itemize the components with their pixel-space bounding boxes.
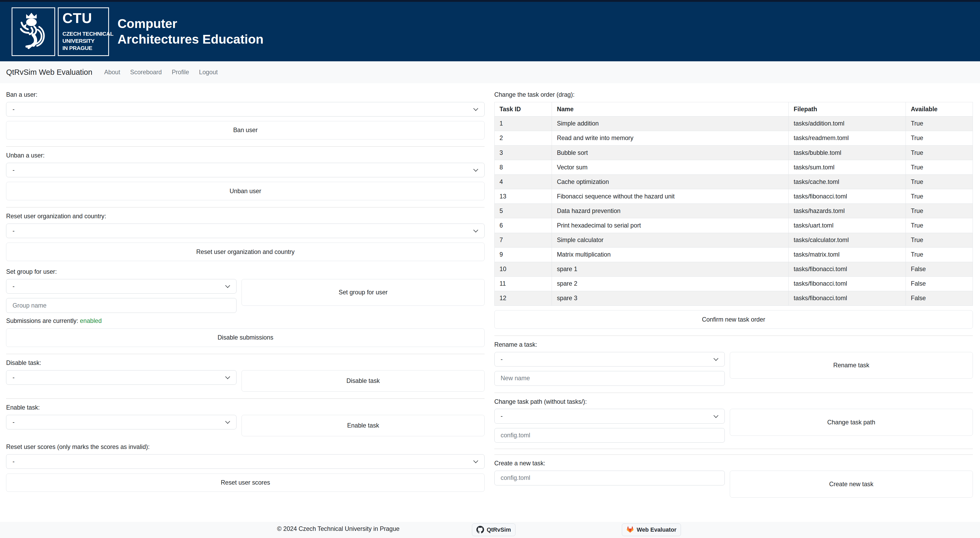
table-row[interactable]: 13Fibonacci sequence without the hazard …: [494, 189, 973, 204]
ctu-lion-icon: [16, 9, 51, 54]
task-available-cell: True: [906, 189, 973, 204]
task-id-cell: 13: [494, 189, 552, 204]
reset-org-label: Reset user organization and country:: [6, 212, 485, 221]
task-name-cell: Simple calculator: [552, 233, 789, 247]
gitlab-icon: [626, 526, 634, 533]
ban-user-button[interactable]: Ban user: [6, 121, 485, 139]
enable-task-button[interactable]: Enable task: [242, 415, 485, 436]
task-available-cell: True: [906, 160, 973, 175]
navbar-brand[interactable]: QtRvSim Web Evaluation: [6, 68, 92, 77]
task-available-cell: True: [906, 145, 973, 160]
web-evaluator-gitlab-badge[interactable]: Web Evaluator: [622, 524, 681, 536]
table-row[interactable]: 1Simple additiontasks/addition.tomlTrue: [494, 116, 973, 131]
create-task-row: Create new task: [494, 471, 973, 498]
nav-link-logout[interactable]: Logout: [194, 69, 223, 76]
reset-scores-button[interactable]: Reset user scores: [6, 474, 485, 492]
task-name-cell: Simple addition: [552, 116, 789, 131]
table-row[interactable]: 5Data hazard preventiontasks/hazards.tom…: [494, 204, 973, 218]
github-icon: [476, 526, 484, 533]
reset-scores-select[interactable]: -: [6, 454, 485, 469]
task-available-cell: True: [906, 218, 973, 233]
table-row[interactable]: 7Simple calculatortasks/calculator.tomlT…: [494, 233, 973, 247]
reset-org-select[interactable]: -: [6, 224, 485, 238]
divider: [494, 449, 973, 449]
divider: [494, 393, 973, 393]
nav-link-about[interactable]: About: [99, 69, 125, 76]
disable-task-row: - Disable task: [6, 370, 485, 392]
disable-submissions-button[interactable]: Disable submissions: [6, 329, 485, 347]
table-row[interactable]: 6Print hexadecimal to serial porttasks/u…: [494, 218, 973, 233]
page-title: Computer Architectures Education: [118, 16, 263, 47]
task-available-cell: True: [906, 131, 973, 145]
chevron-down-icon: [474, 228, 478, 232]
table-row[interactable]: 9Matrix multiplicationtasks/matrix.tomlT…: [494, 247, 973, 262]
unban-user-button[interactable]: Unban user: [6, 182, 485, 200]
ban-user-label: Ban a user:: [6, 90, 485, 99]
task-admin-column: Change the task order (drag): Task ID Na…: [494, 90, 973, 498]
navbar: QtRvSim Web Evaluation About Scoreboard …: [0, 61, 980, 83]
task-id-cell: 10: [494, 262, 552, 276]
reset-org-button[interactable]: Reset user organization and country: [6, 243, 485, 261]
col-header-name: Name: [552, 102, 789, 116]
nav-link-profile[interactable]: Profile: [167, 69, 194, 76]
divider: [6, 354, 485, 354]
rename-task-select[interactable]: -: [494, 352, 725, 367]
ctu-lion-logo: [12, 7, 55, 56]
table-row[interactable]: 12spare 3tasks/fibonacci.tomlFalse: [494, 291, 973, 305]
badge-label: Web Evaluator: [636, 526, 676, 533]
group-name-input[interactable]: [6, 298, 237, 313]
task-table: Task ID Name Filepath Available 1Simple …: [494, 102, 973, 306]
divider: [494, 335, 973, 336]
task-name-cell: Cache optimization: [552, 175, 789, 189]
table-row[interactable]: 4Cache optimizationtasks/cache.tomlTrue: [494, 175, 973, 189]
table-row[interactable]: 2Read and write into memorytasks/readmem…: [494, 131, 973, 145]
nav-link-scoreboard[interactable]: Scoreboard: [125, 69, 167, 76]
task-id-cell: 4: [494, 175, 552, 189]
task-filepath-cell: tasks/fibonacci.toml: [789, 262, 906, 276]
task-filepath-cell: tasks/fibonacci.toml: [789, 291, 906, 305]
create-task-button[interactable]: Create new task: [730, 471, 973, 498]
task-id-cell: 11: [494, 276, 552, 291]
rename-task-button[interactable]: Rename task: [730, 352, 973, 379]
ctu-acronym: CTU: [62, 11, 104, 26]
task-id-cell: 2: [494, 131, 552, 145]
disable-task-select[interactable]: -: [6, 370, 237, 385]
change-path-button[interactable]: Change task path: [730, 409, 973, 436]
task-name-cell: spare 2: [552, 276, 789, 291]
task-id-cell: 8: [494, 160, 552, 175]
task-name-cell: Data hazard prevention: [552, 204, 789, 218]
task-id-cell: 3: [494, 145, 552, 160]
table-row[interactable]: 10spare 1tasks/fibonacci.tomlFalse: [494, 262, 973, 276]
set-group-select[interactable]: -: [6, 279, 237, 294]
task-available-cell: False: [906, 276, 973, 291]
task-name-cell: Read and write into memory: [552, 131, 789, 145]
new-task-path-input[interactable]: [494, 471, 725, 485]
task-name-cell: spare 1: [552, 262, 789, 276]
user-admin-column: Ban a user: - Ban user Unban a user: - U…: [6, 90, 485, 492]
chevron-down-icon: [713, 413, 718, 418]
disable-task-button[interactable]: Disable task: [242, 370, 485, 392]
unban-user-select[interactable]: -: [6, 163, 485, 177]
task-filepath-cell: tasks/cache.toml: [789, 175, 906, 189]
confirm-task-order-button[interactable]: Confirm new task order: [494, 310, 973, 329]
page-header: CTU CZECH TECHNICAL UNIVERSITY IN PRAGUE…: [0, 2, 980, 61]
page-footer: © 2024 Czech Technical University in Pra…: [0, 522, 980, 538]
table-row[interactable]: 8Vector sumtasks/sum.tomlTrue: [494, 160, 973, 175]
set-group-button[interactable]: Set group for user: [242, 279, 485, 306]
task-id-cell: 5: [494, 204, 552, 218]
enable-task-select[interactable]: -: [6, 415, 237, 429]
change-path-select[interactable]: -: [494, 409, 725, 423]
task-filepath-cell: tasks/fibonacci.toml: [789, 276, 906, 291]
qtrvsim-github-badge[interactable]: QtRvSim: [472, 524, 515, 536]
task-filepath-cell: tasks/readmem.toml: [789, 131, 906, 145]
new-name-input[interactable]: [494, 371, 725, 386]
ban-user-select[interactable]: -: [6, 102, 485, 117]
task-filepath-cell: tasks/hazards.toml: [789, 204, 906, 218]
table-row[interactable]: 3Bubble sorttasks/bubble.tomlTrue: [494, 145, 973, 160]
create-task-label: Create a new task:: [494, 459, 973, 468]
table-row[interactable]: 11spare 2tasks/fibonacci.tomlFalse: [494, 276, 973, 291]
ctu-text-logo: CTU CZECH TECHNICAL UNIVERSITY IN PRAGUE: [58, 7, 109, 56]
task-name-cell: Print hexadecimal to serial port: [552, 218, 789, 233]
task-path-input[interactable]: [494, 428, 725, 442]
status-badge: enabled: [80, 318, 102, 324]
